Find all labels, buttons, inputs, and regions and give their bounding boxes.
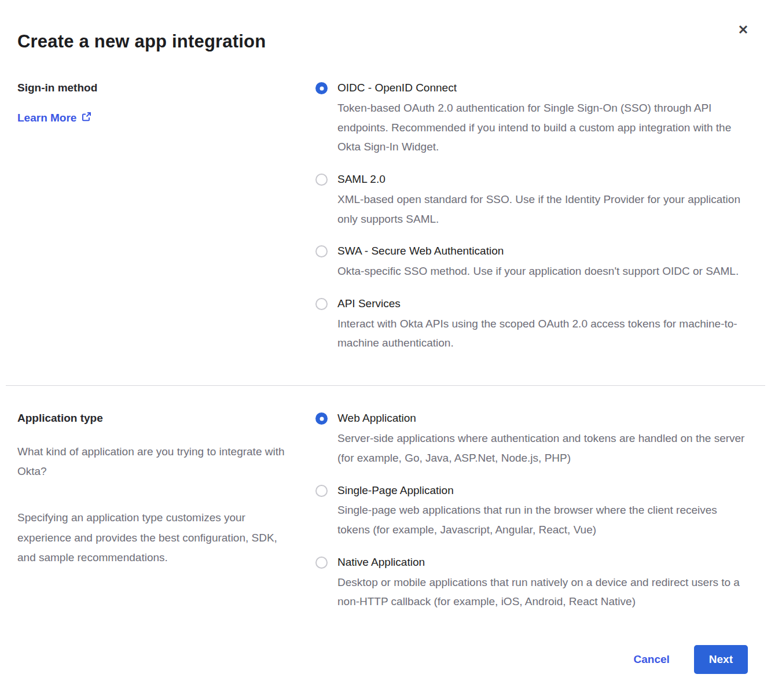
- radio-unselected-icon[interactable]: [315, 298, 328, 310]
- section-divider: [6, 385, 765, 386]
- signin-method-section: Sign-in method Learn More OIDC - OpenID …: [17, 81, 748, 353]
- application-type-help-text: Specifying an application type customize…: [17, 508, 289, 568]
- option-description: Single-page web applications that run in…: [337, 500, 748, 540]
- page-title: Create a new app integration: [17, 31, 748, 52]
- option-description: XML-based open standard for SSO. Use if …: [337, 190, 748, 229]
- option-description: Token-based OAuth 2.0 authentication for…: [337, 98, 748, 157]
- radio-selected-icon[interactable]: [315, 82, 328, 94]
- application-type-question: What kind of application are you trying …: [17, 442, 289, 481]
- radio-unselected-icon[interactable]: [315, 557, 328, 569]
- signin-method-options: OIDC - OpenID Connect Token-based OAuth …: [315, 81, 748, 353]
- option-text: OIDC - OpenID Connect Token-based OAuth …: [337, 81, 748, 157]
- option-label[interactable]: OIDC - OpenID Connect: [337, 81, 748, 95]
- close-icon[interactable]: ✕: [734, 21, 752, 39]
- option-text: API Services Interact with Okta APIs usi…: [337, 297, 748, 353]
- option-text: Single-Page Application Single-page web …: [337, 484, 748, 540]
- option-label[interactable]: SWA - Secure Web Authentication: [337, 244, 739, 259]
- radio-selected-icon[interactable]: [315, 412, 328, 425]
- radio-unselected-icon[interactable]: [315, 174, 328, 186]
- option-description: Okta-specific SSO method. Use if your ap…: [337, 261, 739, 281]
- option-label[interactable]: SAML 2.0: [337, 172, 748, 187]
- radio-unselected-icon[interactable]: [315, 485, 328, 497]
- option-text: SAML 2.0 XML-based open standard for SSO…: [337, 172, 748, 229]
- next-button[interactable]: Next: [694, 645, 748, 674]
- signin-method-label: Sign-in method: [17, 81, 298, 95]
- option-description: Interact with Okta APIs using the scoped…: [337, 314, 748, 353]
- option-label[interactable]: API Services: [337, 297, 748, 311]
- option-label[interactable]: Web Application: [337, 411, 748, 426]
- application-type-options: Web Application Server-side applications…: [315, 411, 748, 611]
- radio-option-native-application[interactable]: Native Application Desktop or mobile app…: [315, 555, 748, 611]
- dialog-footer: Cancel Next: [17, 645, 748, 674]
- option-label[interactable]: Native Application: [337, 555, 748, 570]
- signin-method-left-column: Sign-in method Learn More: [17, 81, 315, 124]
- radio-option-oidc[interactable]: OIDC - OpenID Connect Token-based OAuth …: [315, 81, 748, 157]
- application-type-left-column: Application type What kind of applicatio…: [17, 411, 315, 568]
- option-text: SWA - Secure Web Authentication Okta-spe…: [337, 244, 739, 281]
- cancel-button[interactable]: Cancel: [634, 653, 670, 666]
- radio-unselected-icon[interactable]: [315, 245, 328, 257]
- option-text: Web Application Server-side applications…: [337, 411, 748, 467]
- radio-option-web-application[interactable]: Web Application Server-side applications…: [315, 411, 748, 467]
- option-description: Server-side applications where authentic…: [337, 429, 748, 468]
- option-description: Desktop or mobile applications that run …: [337, 573, 748, 612]
- application-type-label: Application type: [17, 411, 298, 426]
- radio-option-saml[interactable]: SAML 2.0 XML-based open standard for SSO…: [315, 172, 748, 229]
- learn-more-label: Learn More: [17, 112, 76, 124]
- radio-option-swa[interactable]: SWA - Secure Web Authentication Okta-spe…: [315, 244, 748, 281]
- external-link-icon: [82, 112, 91, 124]
- option-text: Native Application Desktop or mobile app…: [337, 555, 748, 611]
- radio-option-single-page-application[interactable]: Single-Page Application Single-page web …: [315, 484, 748, 540]
- radio-option-api-services[interactable]: API Services Interact with Okta APIs usi…: [315, 297, 748, 353]
- create-app-integration-dialog: ✕ Create a new app integration Sign-in m…: [0, 0, 771, 700]
- learn-more-link[interactable]: Learn More: [17, 112, 91, 124]
- application-type-section: Application type What kind of applicatio…: [17, 411, 748, 611]
- option-label[interactable]: Single-Page Application: [337, 484, 748, 498]
